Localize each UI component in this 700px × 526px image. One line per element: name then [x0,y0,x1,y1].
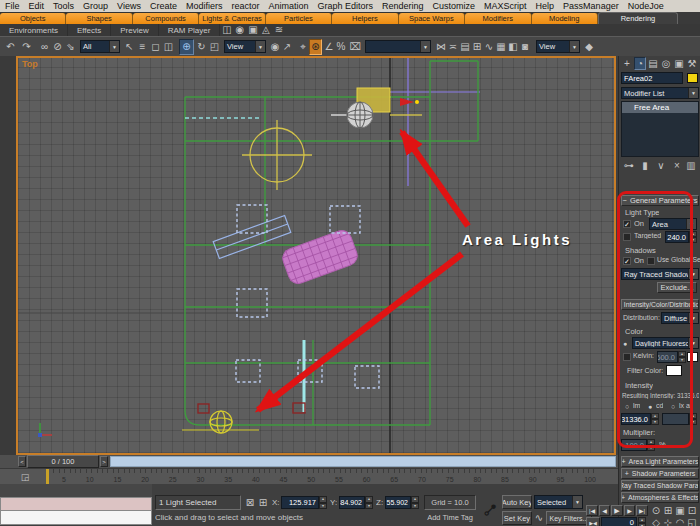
render-type-icon[interactable]: ◬ [259,24,272,36]
menu-item[interactable]: Customize [433,1,476,11]
render-setup-icon[interactable]: ◆ [583,39,595,54]
zoom-extents-all-icon[interactable]: ⊡ [686,505,698,516]
snap-toggle-3d-icon[interactable]: ⌖ [297,39,309,54]
filter-color-swatch[interactable] [666,365,682,376]
time-slider-track[interactable] [110,456,616,467]
shelf-tab[interactable]: Modifiers [465,13,531,24]
unit-lx-radio[interactable]: ○ [671,403,675,410]
unit-cd-radio[interactable]: ● [648,403,652,410]
shelf-button[interactable]: Environments [0,24,68,36]
set-key-button[interactable]: Set Key [502,511,532,525]
mini-curve-editor-icon[interactable]: ◲ [19,471,31,483]
select-and-manipulate-icon[interactable]: ↗ [281,39,293,54]
multiplier-spinner[interactable]: ▴▾ [647,439,655,451]
add-time-tag[interactable]: Add Time Tag [424,513,476,522]
tab-create-icon[interactable]: + [621,57,633,70]
select-and-move-icon[interactable]: ⊕ [179,39,194,55]
shelf-tab[interactable]: Modeling [532,13,598,24]
menu-item[interactable]: Graph Editors [318,1,374,11]
x-spinner[interactable]: ▴▾ [319,496,327,509]
shelf-button[interactable]: Preview [111,24,158,36]
select-by-name-icon[interactable]: ≡ [136,39,149,54]
reference-coordinate-dropdown[interactable]: View▼ [224,40,266,53]
lx-distance-spinner[interactable]: ▴▾ [689,413,697,425]
zoom-all-icon[interactable]: ⊞ [662,505,674,516]
z-spinner[interactable]: ▴▾ [411,496,419,509]
angle-snap-icon[interactable]: ∠ [323,39,335,54]
tab-hierarchy-icon[interactable]: ▤ [647,57,659,70]
menu-item[interactable]: Create [150,1,177,11]
kelvin-spinner[interactable]: ▴▾ [678,351,686,363]
rectangular-selection-region-icon[interactable]: ◻ [149,39,162,54]
key-mode-dropdown[interactable]: Selected▼ [534,495,583,509]
window-crossing-icon[interactable]: ◫ [162,39,175,54]
selection-lock-icon[interactable]: ⊠ [244,496,256,509]
dropdown-arrow-icon[interactable]: ▼ [420,41,430,52]
pan-icon[interactable]: ⊹ [662,517,674,526]
material-editor-icon[interactable]: ◙ [519,39,531,54]
dropdown-arrow-icon[interactable]: ▼ [255,41,265,52]
menu-item[interactable]: Tools [53,1,74,11]
track-bar[interactable]: ◲ 51015202530354045505560657075808590951… [0,468,618,484]
intensity-spinner[interactable]: ▴▾ [651,413,659,425]
align-icon[interactable]: ≍ [447,39,459,54]
menu-item[interactable]: PassManager [563,1,619,11]
targeted-spinner[interactable]: ▴▾ [689,231,697,243]
kelvin-color-swatch[interactable] [687,352,698,362]
zoom-icon[interactable]: ⊙ [650,505,662,516]
schematic-view-icon[interactable]: ▦ [495,39,507,54]
lx-distance-field[interactable] [662,413,689,425]
distribution-dropdown[interactable]: Diffuse▼ [661,312,699,324]
shelf-tab[interactable]: Compounds [133,13,199,24]
dropdown-arrow-icon[interactable]: ▼ [688,269,698,279]
omni-light-helper[interactable] [242,120,312,190]
dropdown-arrow-icon[interactable]: ▼ [109,41,119,52]
use-global-checkbox[interactable] [647,257,655,265]
menu-item[interactable]: MAXScript [484,1,527,11]
pin-stack-icon[interactable]: ⊶ [623,160,635,172]
shelf-button[interactable]: RAM Player [159,24,221,36]
shelf-button[interactable]: Effects [68,24,111,36]
area-light-sphere-top[interactable] [347,102,373,128]
light-on-checkbox[interactable]: ✓ [623,220,631,228]
shelf-tab[interactable]: Helpers [332,13,398,24]
menu-item[interactable]: Animation [268,1,308,11]
play-button[interactable]: ▶ [611,505,623,516]
dashed-furniture-squares[interactable] [236,205,379,388]
y-coordinate-field[interactable]: 484.902 [339,496,365,509]
stack-item-free-area[interactable]: Free Area [622,102,698,113]
viewport-top[interactable]: Top [16,56,616,455]
percent-snap-icon[interactable]: % [335,39,347,54]
select-and-rotate-icon[interactable]: ↻ [195,39,208,54]
menu-item[interactable]: Modifiers [186,1,223,11]
rollout-general-parameters[interactable]: − General Parameters [621,195,699,206]
keyboard-shortcut-override-icon[interactable]: ⌧ [349,39,361,54]
shelf-tab[interactable]: Particles [266,13,332,24]
exclude-button[interactable]: Exclude... [657,282,697,293]
time-slider-handle[interactable]: 0 / 100 [27,455,99,468]
menu-item[interactable]: File [5,1,20,11]
tab-motion-icon[interactable]: ◎ [660,57,672,70]
multiplier-field[interactable]: 100.0 [621,439,647,451]
current-frame-marker[interactable] [46,469,49,484]
render-elements-icon[interactable]: ≋ [272,24,285,36]
min-max-toggle-icon[interactable]: ◱ [686,517,698,526]
shadow-type-dropdown[interactable]: Ray Traced Shadows▼ [621,268,699,280]
modifier-list-dropdown[interactable]: Modifier List▼ [621,87,699,99]
select-object-icon[interactable]: ↖ [123,39,136,54]
maxscript-listener-pink[interactable] [0,497,152,511]
unit-lm-radio[interactable]: ○ [625,403,629,410]
undo-icon[interactable]: ↶ [3,39,18,54]
frame-spinner[interactable]: ▴▾ [638,517,646,526]
kelvin-field[interactable]: 3600.0 [657,351,678,363]
modifier-stack[interactable]: Free Area [621,101,699,157]
blue-wireframe-object[interactable] [213,216,291,259]
z-coordinate-field[interactable]: 55.902 [385,496,411,509]
next-frame-button[interactable]: ▶ [624,505,635,516]
object-name-field[interactable]: FArea02 [621,72,683,84]
rollout-intensity-color-distribution[interactable]: − Intensity/Color/Distribution [621,299,699,310]
menu-item[interactable]: NodeJoe [628,1,664,11]
layer-manager-icon[interactable]: ▤ [459,39,471,54]
color-preset-radio[interactable]: ● [623,340,627,347]
menu-item[interactable]: Edit [29,1,45,11]
